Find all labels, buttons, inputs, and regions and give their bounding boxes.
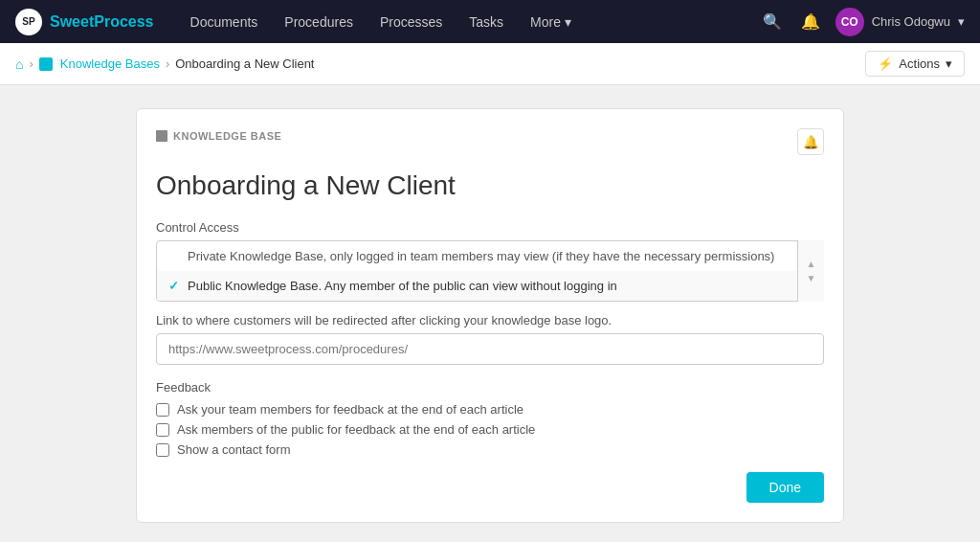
- main-content: KNOWLEDGE BASE 🔔 Control Access Private …: [59, 85, 921, 542]
- feedback-contact-row: Show a contact form: [156, 442, 824, 457]
- nav-right: 🔍 🔔 CO Chris Odogwu ▾: [759, 8, 965, 36]
- actions-button[interactable]: ⚡ Actions ▾: [865, 51, 965, 77]
- user-avatar: CO: [835, 8, 864, 36]
- actions-label: Actions: [899, 56, 940, 71]
- feedback-contact-label: Show a contact form: [177, 442, 291, 457]
- breadcrumb-sep-2: ›: [166, 56, 169, 71]
- home-link[interactable]: ⌂: [15, 56, 23, 72]
- control-access-label: Control Access: [156, 220, 824, 235]
- lightning-icon: ⚡: [878, 56, 893, 71]
- bell-button[interactable]: 🔔: [797, 9, 824, 34]
- dropdown-option-private[interactable]: Private Knowledge Base, only logged in t…: [157, 241, 823, 271]
- no-check-icon: [168, 249, 182, 263]
- control-access-dropdown[interactable]: Private Knowledge Base, only logged in t…: [156, 240, 824, 302]
- kb-bell-button[interactable]: 🔔: [797, 128, 824, 155]
- scroll-up-icon[interactable]: ▲: [807, 259, 816, 269]
- nav-processes[interactable]: Processes: [367, 0, 456, 43]
- nav-logo[interactable]: SP SweetProcess: [15, 9, 154, 35]
- feedback-team-row: Ask your team members for feedback at th…: [156, 402, 824, 417]
- breadcrumb-current: Onboarding a New Client: [175, 56, 314, 71]
- chevron-down-icon: ▾: [565, 14, 571, 30]
- nav-links: Documents Procedures Processes Tasks Mor…: [177, 0, 759, 43]
- nav-documents[interactable]: Documents: [177, 0, 272, 43]
- feedback-section: Feedback Ask your team members for feedb…: [156, 380, 824, 457]
- kb-icon: [39, 57, 53, 71]
- breadcrumb-bar: ⌂ › Knowledge Bases › Onboarding a New C…: [0, 43, 980, 85]
- feedback-public-label: Ask members of the public for feedback a…: [177, 422, 535, 437]
- search-button[interactable]: 🔍: [759, 9, 786, 34]
- logo-text: SweetProcess: [50, 13, 154, 31]
- breadcrumb-sep-1: ›: [29, 56, 33, 71]
- redirect-link-input[interactable]: [156, 333, 824, 365]
- section-label: KNOWLEDGE BASE: [156, 130, 281, 142]
- nav-user[interactable]: CO Chris Odogwu ▾: [835, 8, 965, 36]
- public-option-text: Public Knowledge Base. Any member of the…: [188, 279, 617, 293]
- navbar: SP SweetProcess Documents Procedures Pro…: [0, 0, 980, 43]
- done-row: Done: [156, 472, 824, 503]
- section-icon: [156, 130, 167, 142]
- feedback-team-label: Ask your team members for feedback at th…: [177, 402, 523, 417]
- done-button[interactable]: Done: [746, 472, 824, 503]
- feedback-label: Feedback: [156, 380, 824, 395]
- nav-procedures[interactable]: Procedures: [271, 0, 367, 43]
- user-name: Chris Odogwu: [872, 14, 950, 29]
- kb-link[interactable]: Knowledge Bases: [60, 56, 160, 71]
- dropdown-scroll[interactable]: ▲ ▼: [797, 240, 824, 302]
- private-option-text: Private Knowledge Base, only logged in t…: [188, 249, 774, 263]
- scroll-down-icon[interactable]: ▼: [807, 273, 816, 283]
- nav-tasks[interactable]: Tasks: [456, 0, 517, 43]
- feedback-team-checkbox[interactable]: [156, 403, 169, 417]
- redirect-link-label: Link to where customers will be redirect…: [156, 313, 824, 327]
- nav-more[interactable]: More ▾: [517, 0, 585, 43]
- feedback-public-row: Ask members of the public for feedback a…: [156, 422, 824, 437]
- dropdown-option-public[interactable]: ✓ Public Knowledge Base. Any member of t…: [157, 271, 823, 301]
- feedback-contact-checkbox[interactable]: [156, 443, 169, 457]
- user-chevron-icon: ▾: [958, 14, 965, 29]
- logo-icon: SP: [15, 9, 42, 35]
- dropdown-open: Private Knowledge Base, only logged in t…: [156, 240, 824, 302]
- home-icon: ⌂: [15, 56, 23, 72]
- breadcrumb: ⌂ › Knowledge Bases › Onboarding a New C…: [15, 56, 314, 72]
- page-title-input[interactable]: [156, 167, 824, 205]
- actions-chevron-icon: ▾: [946, 56, 952, 71]
- feedback-public-checkbox[interactable]: [156, 423, 169, 437]
- kb-card: KNOWLEDGE BASE 🔔 Control Access Private …: [136, 108, 844, 523]
- check-icon: ✓: [168, 279, 182, 293]
